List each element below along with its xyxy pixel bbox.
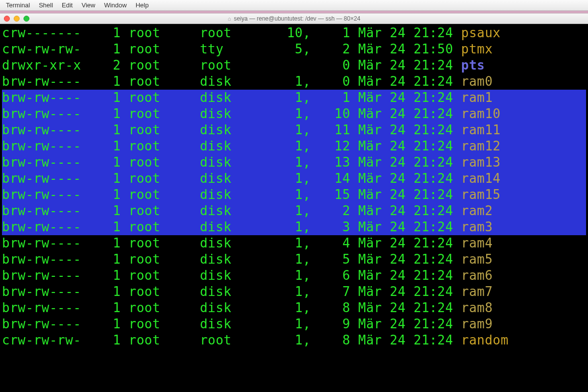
list-row[interactable]: brw-rw---- 1 root disk 1, 1 Mär 24 21:24… xyxy=(2,90,586,106)
system-menubar: Terminal Shell Edit View Window Help xyxy=(0,0,588,11)
minimize-button[interactable] xyxy=(14,16,20,22)
window-title: ⌂ seiya — rene@ubuntutest: /dev — ssh — … xyxy=(228,15,361,22)
list-row[interactable]: brw-rw---- 1 root disk 1, 2 Mär 24 21:24… xyxy=(2,203,586,219)
list-row[interactable]: brw-rw---- 1 root disk 1, 15 Mär 24 21:2… xyxy=(2,187,586,203)
window-titlebar[interactable]: ⌂ seiya — rene@ubuntutest: /dev — ssh — … xyxy=(0,13,588,24)
list-row[interactable]: crw------- 1 root root 10, 1 Mär 24 21:2… xyxy=(2,25,586,41)
traffic-lights xyxy=(4,16,29,22)
terminal-content[interactable]: crw------- 1 root root 10, 1 Mär 24 21:2… xyxy=(0,24,588,392)
home-icon: ⌂ xyxy=(228,16,231,22)
list-row[interactable]: brw-rw---- 1 root disk 1, 3 Mär 24 21:24… xyxy=(2,219,586,235)
list-row[interactable]: brw-rw---- 1 root disk 1, 13 Mär 24 21:2… xyxy=(2,154,586,171)
zoom-button[interactable] xyxy=(24,16,29,22)
terminal-window: ⌂ seiya — rene@ubuntutest: /dev — ssh — … xyxy=(0,13,588,392)
list-row[interactable]: brw-rw---- 1 root disk 1, 12 Mär 24 21:2… xyxy=(2,138,586,154)
list-row[interactable]: brw-rw---- 1 root disk 1, 14 Mär 24 21:2… xyxy=(2,171,586,187)
list-row[interactable]: brw-rw---- 1 root disk 1, 7 Mär 24 21:24… xyxy=(2,284,586,300)
list-row[interactable]: crw-rw-rw- 1 root tty 5, 2 Mär 24 21:50 … xyxy=(2,41,586,57)
list-row[interactable]: crw-rw-rw- 1 root root 1, 8 Mär 24 21:24… xyxy=(2,332,586,348)
menu-window[interactable]: Window xyxy=(104,1,126,9)
list-row[interactable]: brw-rw---- 1 root disk 1, 9 Mär 24 21:24… xyxy=(2,316,586,332)
list-row[interactable]: brw-rw---- 1 root disk 1, 5 Mär 24 21:24… xyxy=(2,251,586,268)
list-row[interactable]: drwxr-xr-x 2 root root 0 Mär 24 21:24 pt… xyxy=(2,57,586,74)
list-row[interactable]: brw-rw---- 1 root disk 1, 6 Mär 24 21:24… xyxy=(2,268,586,284)
menu-shell[interactable]: Shell xyxy=(39,1,53,9)
close-button[interactable] xyxy=(4,16,10,22)
menu-terminal[interactable]: Terminal xyxy=(6,1,30,9)
list-row[interactable]: brw-rw---- 1 root disk 1, 10 Mär 24 21:2… xyxy=(2,106,586,122)
menu-edit[interactable]: Edit xyxy=(62,1,73,9)
window-title-text: seiya — rene@ubuntutest: /dev — ssh — 80… xyxy=(234,15,360,22)
list-row[interactable]: brw-rw---- 1 root disk 1, 4 Mär 24 21:24… xyxy=(2,235,586,251)
menu-view[interactable]: View xyxy=(81,1,95,9)
menu-help[interactable]: Help xyxy=(136,1,149,9)
list-row[interactable]: brw-rw---- 1 root disk 1, 11 Mär 24 21:2… xyxy=(2,122,586,138)
list-row[interactable]: brw-rw---- 1 root disk 1, 0 Mär 24 21:24… xyxy=(2,74,586,90)
list-row[interactable]: brw-rw---- 1 root disk 1, 8 Mär 24 21:24… xyxy=(2,300,586,316)
